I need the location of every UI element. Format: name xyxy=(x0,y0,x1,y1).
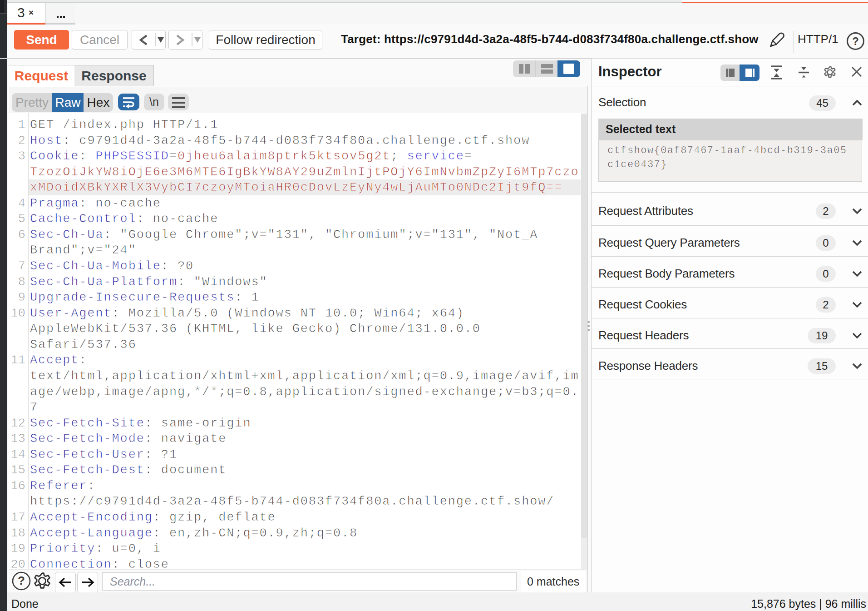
svg-text:?: ? xyxy=(18,574,25,587)
